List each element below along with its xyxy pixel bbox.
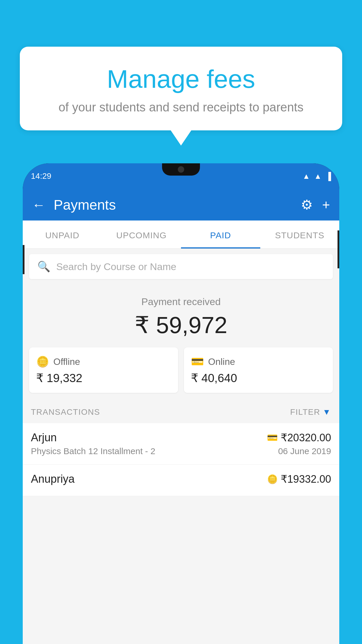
tab-unpaid[interactable]: UNPAID: [23, 220, 102, 249]
tab-paid[interactable]: PAID: [181, 220, 260, 249]
app-bar: ← Payments ⚙ +: [23, 189, 339, 220]
payment-received-label: Payment received: [29, 296, 333, 307]
status-bar: 14:29 ▲ ▲ ▐: [23, 163, 339, 189]
payment-received-section: Payment received ₹ 59,972: [23, 284, 339, 347]
phone-frame: 14:29 ▲ ▲ ▐ ← Payments ⚙ + UNPAID UPCOMI…: [23, 163, 339, 644]
search-placeholder: Search by Course or Name: [56, 261, 176, 272]
search-bar[interactable]: 🔍 Search by Course or Name: [29, 254, 333, 279]
notch: [162, 163, 200, 176]
offline-icon-2: 🪙: [267, 474, 278, 484]
transaction-name-2: Anupriya: [31, 473, 75, 485]
phone-side-button-left: [23, 245, 24, 274]
back-button[interactable]: ←: [32, 197, 45, 213]
offline-amount: ₹ 19,332: [36, 371, 171, 385]
add-icon[interactable]: +: [322, 197, 330, 213]
filter-button[interactable]: FILTER ▼: [290, 407, 331, 417]
phone-screen: 🔍 Search by Course or Name Payment recei…: [23, 249, 339, 644]
app-bar-icons: ⚙ +: [301, 197, 330, 213]
status-icons: ▲ ▲ ▐: [303, 172, 331, 181]
transaction-date-1: 06 June 2019: [278, 446, 331, 456]
search-icon: 🔍: [37, 260, 50, 273]
online-amount: ₹ 40,640: [191, 371, 326, 385]
offline-label: Offline: [53, 356, 80, 367]
payment-received-amount: ₹ 59,972: [29, 312, 333, 339]
transaction-name-1: Arjun: [31, 431, 57, 444]
signal-icon: ▲: [314, 172, 322, 181]
battery-icon: ▐: [326, 172, 331, 181]
transaction-amount-2: ₹19332.00: [281, 473, 331, 485]
transactions-header: TRANSACTIONS FILTER ▼: [23, 401, 339, 423]
tab-students[interactable]: STUDENTS: [260, 220, 340, 249]
card-icon-1: 💳: [267, 433, 278, 443]
settings-icon[interactable]: ⚙: [301, 197, 313, 213]
offline-icon: 🪙: [36, 356, 49, 368]
transactions-label: TRANSACTIONS: [31, 407, 100, 417]
bubble-subtitle: of your students and send receipts to pa…: [34, 100, 328, 114]
offline-card: 🪙 Offline ₹ 19,332: [29, 347, 178, 393]
transaction-row: Arjun 💳 ₹20320.00 Physics Batch 12 Insta…: [23, 423, 339, 465]
payment-cards: 🪙 Offline ₹ 19,332 💳 Online ₹ 40,640: [23, 347, 339, 401]
speech-bubble: Manage fees of your students and send re…: [20, 47, 342, 130]
bubble-title: Manage fees: [34, 64, 328, 94]
online-icon: 💳: [191, 356, 204, 368]
filter-icon: ▼: [323, 407, 331, 417]
tabs: UNPAID UPCOMING PAID STUDENTS: [23, 220, 339, 249]
transaction-amount-wrap-2: 🪙 ₹19332.00: [267, 473, 331, 485]
page-title: Payments: [54, 197, 293, 213]
transaction-course-1: Physics Batch 12 Installment - 2: [31, 446, 155, 456]
transaction-amount-1: ₹20320.00: [281, 432, 331, 444]
camera: [178, 166, 184, 173]
transaction-amount-wrap-1: 💳 ₹20320.00: [267, 432, 331, 444]
online-label: Online: [208, 356, 235, 367]
status-time: 14:29: [31, 172, 51, 181]
wifi-icon: ▲: [303, 172, 310, 181]
online-card: 💳 Online ₹ 40,640: [184, 347, 333, 393]
tab-upcoming[interactable]: UPCOMING: [102, 220, 181, 249]
transaction-row-2: Anupriya 🪙 ₹19332.00: [23, 465, 339, 496]
